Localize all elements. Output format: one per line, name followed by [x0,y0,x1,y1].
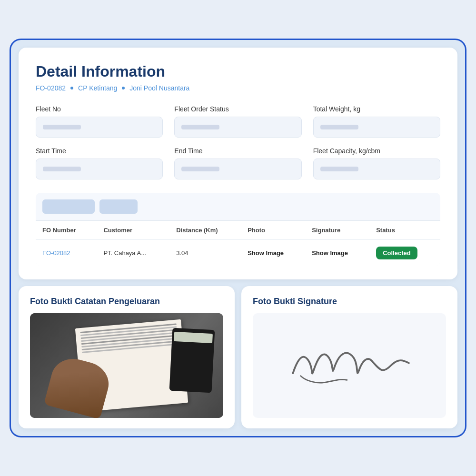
fleet-capacity-placeholder [320,167,358,171]
fleet-order-status-input[interactable] [174,117,301,138]
end-time-placeholder [181,167,219,171]
breadcrumb-dot-2 [122,87,125,89]
fleet-order-status-label: Fleet Order Status [174,105,301,113]
col-fo-number: FO Number [36,221,97,240]
table-header-row: FO Number Customer Distance (Km) Photo S… [36,221,440,240]
main-container: Detail Information FO-02082 CP Ketintang… [10,39,466,437]
breadcrumb-cp: CP Ketintang [78,84,117,92]
end-time-label: End Time [174,147,301,155]
total-weight-placeholder [320,125,358,129]
detail-card: Detail Information FO-02082 CP Ketintang… [19,48,457,279]
col-status: Status [369,221,440,240]
fleet-no-input[interactable] [36,117,163,138]
fields-grid: Fleet No Fleet Order Status Total Weight… [36,105,440,179]
cell-customer: PT. Cahaya A... [97,240,169,267]
cell-fo-number: FO-02082 [36,240,97,267]
col-distance: Distance (Km) [169,221,241,240]
table-row: FO-02082 PT. Cahaya A... 3.04 Show Image… [36,240,440,267]
col-photo: Photo [241,221,305,240]
table-tabs [36,199,440,220]
photo-bukti-image [30,313,223,418]
page-title: Detail Information [36,63,440,80]
fleet-no-group: Fleet No [36,105,163,138]
breadcrumb-dot-1 [70,87,73,89]
cell-distance: 3.04 [169,240,241,267]
signature-svg [272,324,427,407]
fleet-capacity-group: Fleet Capacity, kg/cbm [313,147,440,179]
photo-bg [30,313,223,418]
col-signature: Signature [305,221,369,240]
signature-image [253,313,446,418]
fleet-capacity-input[interactable] [313,159,440,179]
cell-signature-link[interactable]: Show Image [305,240,369,267]
status-badge: Collected [376,247,417,259]
breadcrumb: FO-02082 CP Ketintang Joni Pool Nusantar… [36,84,440,92]
fleet-order-status-group: Fleet Order Status [174,105,301,138]
photo-bukti-card: Foto Bukti Catatan Pengeluaran [19,286,235,428]
start-time-group: Start Time [36,147,163,179]
fleet-order-status-placeholder [181,125,219,129]
data-table: FO Number Customer Distance (Km) Photo S… [36,220,440,266]
total-weight-label: Total Weight, kg [313,105,440,113]
total-weight-group: Total Weight, kg [313,105,440,138]
table-tab-active[interactable] [42,199,95,214]
start-time-label: Start Time [36,147,163,155]
fleet-capacity-label: Fleet Capacity, kg/cbm [313,147,440,155]
breadcrumb-pool: Joni Pool Nusantara [129,84,189,92]
col-customer: Customer [97,221,169,240]
start-time-input[interactable] [36,159,163,179]
table-tab-inactive[interactable] [99,199,138,214]
signature-bukti-card: Foto Bukti Signature [241,286,457,428]
end-time-input[interactable] [174,159,301,179]
fleet-no-placeholder [43,125,81,129]
start-time-placeholder [43,167,81,171]
photo-calculator [169,328,215,393]
end-time-group: End Time [174,147,301,179]
total-weight-input[interactable] [313,117,440,138]
photo-bukti-title: Foto Bukti Catatan Pengeluaran [30,297,223,307]
table-section: FO Number Customer Distance (Km) Photo S… [36,193,440,266]
cell-photo-link[interactable]: Show Image [241,240,305,267]
bottom-row: Foto Bukti Catatan Pengeluaran Foto Bukt… [19,286,457,428]
signature-bukti-title: Foto Bukti Signature [253,297,446,307]
breadcrumb-fo: FO-02082 [36,84,66,92]
fleet-no-label: Fleet No [36,105,163,113]
cell-status: Collected [369,240,440,267]
